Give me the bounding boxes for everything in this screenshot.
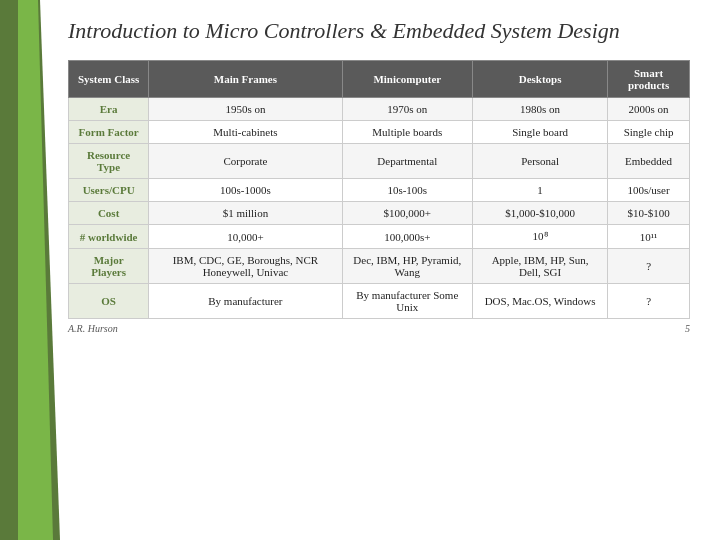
row-label: Resource Type (69, 144, 149, 179)
table-row: Major PlayersIBM, CDC, GE, Boroughs, NCR… (69, 249, 690, 284)
row-cell: DOS, Mac.OS, Windows (473, 284, 608, 319)
col-header-main-frames: Main Frames (149, 61, 342, 98)
table-row: Resource TypeCorporateDepartmentalPerson… (69, 144, 690, 179)
col-header-minicomputer: Minicomputer (342, 61, 473, 98)
table-row: Era1950s on1970s on1980s on2000s on (69, 98, 690, 121)
row-cell: Dec, IBM, HP, Pyramid, Wang (342, 249, 473, 284)
row-cell: Single chip (608, 121, 690, 144)
row-cell: 100,000s+ (342, 225, 473, 249)
row-cell: Multi-cabinets (149, 121, 342, 144)
row-cell: By manufacturer (149, 284, 342, 319)
row-cell: $1,000-$10,000 (473, 202, 608, 225)
row-cell: 1 (473, 179, 608, 202)
row-cell: Departmental (342, 144, 473, 179)
row-cell: Multiple boards (342, 121, 473, 144)
row-cell: 100s/user (608, 179, 690, 202)
row-label: Cost (69, 202, 149, 225)
col-header-smart-products: Smart products (608, 61, 690, 98)
row-cell: Apple, IBM, HP, Sun, Dell, SGI (473, 249, 608, 284)
row-cell: 1970s on (342, 98, 473, 121)
row-cell: Single board (473, 121, 608, 144)
table-row: OSBy manufacturerBy manufacturer Some Un… (69, 284, 690, 319)
row-cell: IBM, CDC, GE, Boroughs, NCR Honeywell, U… (149, 249, 342, 284)
table-row: # worldwide10,000+100,000s+10⁸10¹¹ (69, 225, 690, 249)
row-cell: 2000s on (608, 98, 690, 121)
row-label: Form Factor (69, 121, 149, 144)
row-cell: Corporate (149, 144, 342, 179)
row-cell: $10-$100 (608, 202, 690, 225)
col-header-system-class: System Class (69, 61, 149, 98)
row-cell: 10s-100s (342, 179, 473, 202)
row-cell: By manufacturer Some Unix (342, 284, 473, 319)
row-cell: 10⁸ (473, 225, 608, 249)
col-header-desktops: Desktops (473, 61, 608, 98)
footer-page: 5 (685, 323, 690, 334)
row-cell: Embedded (608, 144, 690, 179)
row-cell: 10,000+ (149, 225, 342, 249)
row-label: # worldwide (69, 225, 149, 249)
row-cell: Personal (473, 144, 608, 179)
row-cell: 1980s on (473, 98, 608, 121)
table-row: Form FactorMulti-cabinetsMultiple boards… (69, 121, 690, 144)
table-row: Cost$1 million$100,000+$1,000-$10,000$10… (69, 202, 690, 225)
footer-author: A.R. Hurson (68, 323, 118, 334)
row-cell: $100,000+ (342, 202, 473, 225)
row-cell: ? (608, 249, 690, 284)
row-cell: ? (608, 284, 690, 319)
row-cell: 1950s on (149, 98, 342, 121)
row-label: OS (69, 284, 149, 319)
page-title: Introduction to Micro Controllers & Embe… (68, 18, 690, 44)
main-table: System Class Main Frames Minicomputer De… (68, 60, 690, 319)
row-cell: 100s-1000s (149, 179, 342, 202)
row-label: Era (69, 98, 149, 121)
row-cell: 10¹¹ (608, 225, 690, 249)
table-row: Users/CPU100s-1000s10s-100s1100s/user (69, 179, 690, 202)
row-label: Major Players (69, 249, 149, 284)
row-label: Users/CPU (69, 179, 149, 202)
row-cell: $1 million (149, 202, 342, 225)
